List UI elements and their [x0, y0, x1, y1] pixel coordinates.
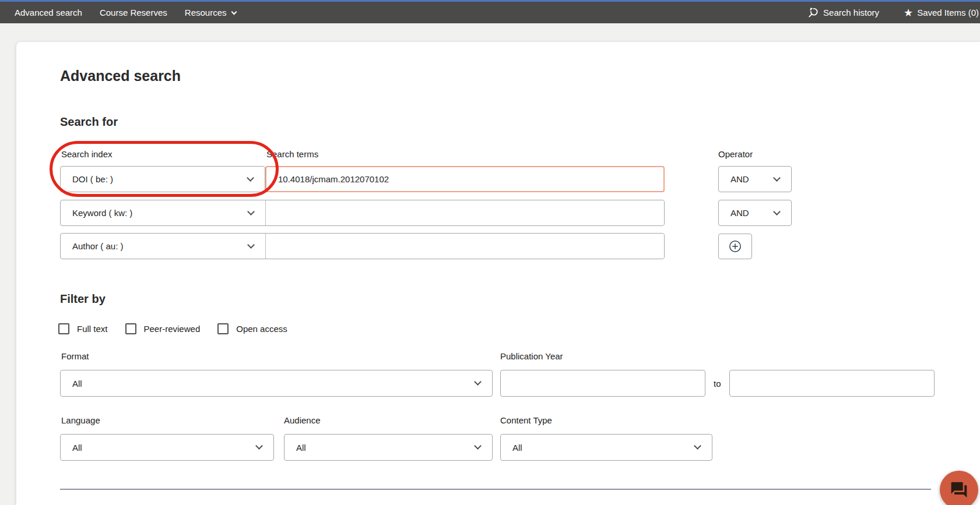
search-terms-input-row1[interactable] [265, 166, 665, 192]
chat-button[interactable] [940, 471, 978, 505]
peer-reviewed-checkbox-group[interactable]: Peer-reviewed [125, 323, 201, 334]
search-row3: Author ( au: ) [60, 233, 665, 259]
chevron-down-icon [231, 9, 237, 15]
nav-left: Advanced search Course Reserves Resource… [0, 8, 254, 17]
chat-bubbles-icon [950, 481, 968, 499]
chevron-down-icon [694, 442, 701, 450]
filter-checkboxes: Full text Peer-reviewed Open access [58, 323, 305, 334]
to-label: to [714, 379, 721, 389]
operator-value: AND [730, 208, 749, 218]
section-divider [60, 489, 931, 490]
content-type-label: Content Type [500, 415, 552, 425]
open-access-checkbox[interactable] [217, 323, 229, 334]
search-history-label: Search history [823, 8, 879, 17]
format-label: Format [61, 351, 89, 361]
saved-items-button[interactable]: ★ Saved Items (0) [904, 8, 979, 18]
filter-by-heading: Filter by [60, 292, 106, 306]
search-for-heading: Search for [60, 115, 118, 129]
operator-select-row2[interactable]: AND [718, 200, 792, 226]
chevron-down-icon [773, 208, 781, 216]
search-index-value: DOI ( be: ) [72, 174, 113, 184]
search-index-select-row2[interactable]: Keyword ( kw: ) [61, 200, 266, 225]
publication-year-from-input[interactable] [500, 370, 705, 397]
chevron-down-icon [247, 241, 255, 249]
nav-item-resources[interactable]: Resources [185, 8, 236, 17]
search-index-select-row1[interactable]: DOI ( be: ) [60, 166, 265, 192]
top-navigation: Advanced search Course Reserves Resource… [0, 0, 980, 23]
search-index-label: Search index [61, 149, 113, 159]
star-icon: ★ [904, 8, 913, 18]
page-title: Advanced search [60, 68, 181, 84]
advanced-search-panel: Advanced search Search for Search index … [16, 42, 980, 505]
nav-item-label: Advanced search [15, 8, 82, 17]
nav-right: Search history ★ Saved Items (0) [783, 7, 980, 19]
circle-plus-icon [729, 240, 742, 253]
full-text-checkbox-group[interactable]: Full text [58, 323, 108, 334]
language-select[interactable]: All [60, 434, 274, 461]
checkbox-label: Open access [236, 324, 287, 334]
search-history-button[interactable]: Search history [807, 7, 879, 19]
search-terms-input-row3[interactable] [266, 234, 664, 259]
search-terms-label: Search terms [266, 149, 318, 159]
content-type-select[interactable]: All [500, 434, 712, 461]
audience-select[interactable]: All [284, 434, 493, 461]
content-type-value: All [512, 443, 522, 453]
operator-select-row1[interactable]: AND [718, 166, 792, 192]
chevron-down-icon [255, 442, 263, 450]
search-row2: Keyword ( kw: ) [60, 200, 665, 226]
audience-value: All [296, 443, 306, 453]
search-history-icon [807, 7, 819, 19]
chevron-down-icon [773, 174, 781, 182]
nav-item-label: Course Reserves [100, 8, 167, 17]
checkbox-label: Peer-reviewed [144, 324, 201, 334]
format-value: All [72, 379, 82, 389]
publication-year-range: to [500, 370, 935, 397]
saved-items-label: Saved Items (0) [917, 8, 979, 17]
add-search-row-button[interactable] [718, 234, 752, 259]
peer-reviewed-checkbox[interactable] [125, 323, 136, 334]
search-terms-input-row2[interactable] [266, 200, 664, 225]
nav-item-course-reserves[interactable]: Course Reserves [100, 8, 167, 17]
chevron-down-icon [247, 174, 254, 182]
format-select[interactable]: All [60, 370, 493, 397]
nav-item-advanced-search[interactable]: Advanced search [15, 8, 82, 17]
audience-label: Audience [284, 415, 321, 425]
checkbox-label: Full text [77, 324, 108, 334]
language-value: All [72, 443, 82, 453]
search-index-value: Keyword ( kw: ) [72, 208, 132, 218]
search-index-select-row3[interactable]: Author ( au: ) [61, 234, 266, 259]
chevron-down-icon [474, 442, 482, 450]
chevron-down-icon [474, 378, 482, 386]
chevron-down-icon [247, 208, 255, 216]
operator-label: Operator [718, 149, 753, 159]
full-text-checkbox[interactable] [58, 323, 69, 334]
operator-value: AND [730, 174, 749, 184]
open-access-checkbox-group[interactable]: Open access [217, 323, 287, 334]
search-index-value: Author ( au: ) [72, 241, 124, 251]
publication-year-to-input[interactable] [729, 370, 935, 397]
language-label: Language [61, 415, 100, 425]
nav-item-label: Resources [185, 8, 227, 17]
publication-year-label: Publication Year [500, 351, 563, 361]
